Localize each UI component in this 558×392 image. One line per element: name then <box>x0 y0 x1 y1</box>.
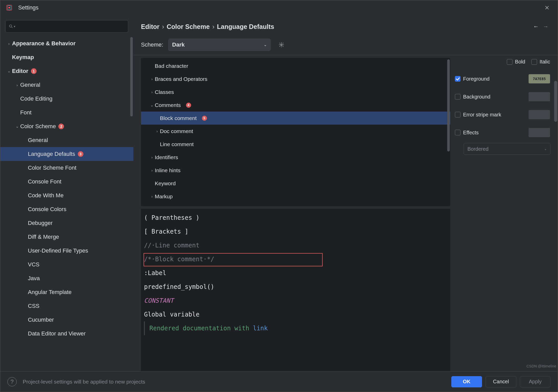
chevron-icon: › <box>6 41 12 46</box>
footer-hint: Project-level settings will be applied t… <box>23 379 145 385</box>
preview-rendered: Rendered documentation with <box>149 325 253 332</box>
tree-item-label: General <box>28 137 48 144</box>
chevron-icon: › <box>149 77 155 81</box>
attr-tree-scrollbar[interactable] <box>447 59 450 151</box>
attr-item-markup[interactable]: ›Markup <box>141 190 450 203</box>
tree-item-appearance[interactable]: ›Appearance & Behavior <box>0 37 133 50</box>
tree-item-cs-udft[interactable]: User-Defined File Types <box>0 244 133 258</box>
breadcrumb: Editor › Color Scheme › Language Default… <box>133 22 558 34</box>
settings-sidebar: ▾ ›Appearance & BehaviorKeymap⌄Editor1›G… <box>0 15 133 371</box>
chevron-icon: › <box>149 168 155 172</box>
tree-item-label: Angular Template <box>28 289 72 296</box>
bold-label: Bold <box>515 59 525 65</box>
tree-item-label: Color Scheme <box>20 123 56 130</box>
ok-button[interactable]: OK <box>451 376 482 387</box>
tree-item-cs-font[interactable]: Color Scheme Font <box>0 161 133 175</box>
errorstripe-checkbox[interactable]: Error stripe mark <box>455 112 501 118</box>
attr-item-label: Block comment <box>160 115 197 121</box>
effects-type-select[interactable]: Bordered ⌄ <box>464 143 551 155</box>
tree-item-codeedit[interactable]: Code Editing <box>0 92 133 106</box>
tree-item-font[interactable]: Font <box>0 106 133 119</box>
tree-item-cs-vcs[interactable]: VCS <box>0 258 133 271</box>
tree-item-editor[interactable]: ⌄Editor1 <box>0 64 133 78</box>
effects-checkbox[interactable]: Effects <box>455 130 479 136</box>
search-input-wrap[interactable]: ▾ <box>5 20 128 32</box>
tree-item-cs-debugger[interactable]: Debugger <box>0 216 133 230</box>
tree-item-colorscheme[interactable]: ⌄Color Scheme2 <box>0 119 133 133</box>
tree-item-cs-angular[interactable]: Angular Template <box>0 285 133 299</box>
tree-item-label: Keymap <box>12 54 34 61</box>
attribute-tree: Bad character›Braces and Operators›Class… <box>141 58 450 204</box>
errorstripe-swatch[interactable] <box>529 110 550 119</box>
breadcrumb-1[interactable]: Editor <box>141 23 159 30</box>
attr-item-badchar[interactable]: Bad character <box>141 59 450 72</box>
tree-item-cs-css[interactable]: CSS <box>0 299 133 313</box>
attr-item-inlineh[interactable]: ›Inline hints <box>141 164 450 177</box>
tree-item-label: Code Editing <box>20 95 52 102</box>
tree-item-label: Code With Me <box>28 192 63 199</box>
italic-checkbox[interactable]: Italic <box>531 59 550 65</box>
effects-swatch[interactable] <box>529 128 550 137</box>
foreground-swatch[interactable]: 7A7E85 <box>529 74 550 83</box>
window-close-button[interactable] <box>540 2 554 13</box>
tree-item-cs-concolors[interactable]: Console Colors <box>0 202 133 216</box>
tree-item-label: User-Defined File Types <box>28 247 88 254</box>
preview-panel: ( Parentheses ) [ Brackets ] //·Line com… <box>141 209 450 371</box>
tree-item-general[interactable]: ›General <box>0 78 133 92</box>
effects-type-value: Bordered <box>467 146 488 152</box>
attr-item-label: Bad character <box>155 63 188 69</box>
effects-label: Effects <box>463 130 479 136</box>
tree-item-label: Language Defaults <box>28 151 75 157</box>
search-icon <box>9 24 13 29</box>
attr-item-braces[interactable]: ›Braces and Operators <box>141 72 450 85</box>
attr-item-label: Classes <box>155 89 174 95</box>
chevron-icon: ⌄ <box>149 103 155 107</box>
scheme-select[interactable]: Dark ⌄ <box>168 39 271 51</box>
tree-item-label: Debugger <box>28 220 53 226</box>
preview-link[interactable]: link <box>253 325 268 332</box>
attr-item-idents[interactable]: ›Identifiers <box>141 151 450 164</box>
preview-constant: CONSTANT <box>144 294 447 308</box>
chevron-icon: ⌄ <box>6 69 12 73</box>
attr-item-comments[interactable]: ⌄Comments4 <box>141 99 450 112</box>
tree-item-cs-java[interactable]: Java <box>0 271 133 285</box>
nav-back-button[interactable]: ← <box>532 22 540 31</box>
cancel-button[interactable]: Cancel <box>486 376 516 387</box>
preview-blockcomment: /*·Block comment·*/ <box>144 252 447 266</box>
main-panel: Editor › Color Scheme › Language Default… <box>133 15 558 371</box>
tree-item-cs-dataed[interactable]: Data Editor and Viewer <box>0 327 133 341</box>
italic-label: Italic <box>540 59 550 65</box>
tree-item-cs-cucumber[interactable]: Cucumber <box>0 313 133 327</box>
help-button[interactable]: ? <box>7 377 17 386</box>
apply-button: Apply <box>520 376 551 387</box>
tree-item-cs-diff[interactable]: Diff & Merge <box>0 230 133 244</box>
attributes-scrollbar[interactable] <box>554 81 557 122</box>
attr-item-classes[interactable]: ›Classes <box>141 85 450 99</box>
bold-checkbox[interactable]: Bold <box>507 59 525 65</box>
nav-forward-button: → <box>541 22 550 31</box>
attr-item-blockc[interactable]: Block comment5 <box>141 112 450 125</box>
attr-item-keyword[interactable]: Keyword <box>141 177 450 190</box>
tree-item-cs-cwm[interactable]: Code With Me <box>0 189 133 202</box>
window-title: Settings <box>18 4 39 11</box>
background-swatch[interactable] <box>529 92 550 101</box>
tree-item-cs-langdef[interactable]: Language Defaults3 <box>0 147 133 161</box>
attr-item-docc[interactable]: ›Doc comment <box>141 125 450 138</box>
tree-item-label: CSS <box>28 303 39 309</box>
chevron-icon: › <box>149 155 155 159</box>
tree-item-cs-console[interactable]: Console Font <box>0 175 133 189</box>
tree-item-label: Appearance & Behavior <box>12 40 75 47</box>
chevron-down-icon: ⌄ <box>264 43 267 47</box>
scheme-gear-button[interactable] <box>276 39 287 50</box>
breadcrumb-2[interactable]: Color Scheme <box>167 23 210 30</box>
tree-item-label: VCS <box>28 261 39 268</box>
tree-item-label: Console Colors <box>28 206 66 213</box>
foreground-checkbox[interactable]: Foreground <box>455 76 489 82</box>
attr-item-linec[interactable]: Line comment <box>141 138 450 151</box>
attr-item-label: Comments <box>155 102 181 108</box>
background-checkbox[interactable]: Background <box>455 94 490 100</box>
search-input[interactable] <box>17 23 125 30</box>
tree-item-cs-general[interactable]: General <box>0 133 133 147</box>
tree-item-keymap[interactable]: Keymap <box>0 50 133 64</box>
app-icon <box>6 4 13 11</box>
